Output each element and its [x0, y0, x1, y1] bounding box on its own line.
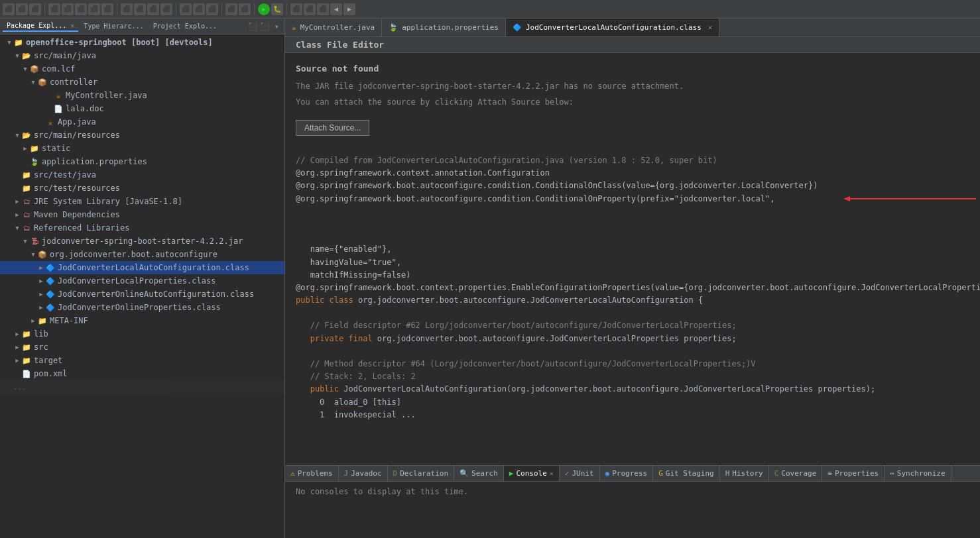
- toolbar-icon-2[interactable]: ⬛: [16, 3, 28, 15]
- toolbar-icon-14[interactable]: ⬛: [193, 3, 205, 15]
- run-icon[interactable]: ▶: [258, 3, 270, 15]
- toolbar-icon-1[interactable]: ⬛: [3, 3, 15, 15]
- code-line-17: 0 aload_0 [this]: [296, 396, 969, 409]
- toolbar-icon-10[interactable]: ⬛: [134, 3, 146, 15]
- toolbar-icon-11[interactable]: ⬛: [147, 3, 159, 15]
- bottom-tab-properties[interactable]: ≡ Properties: [822, 466, 885, 481]
- folder-icon-meta-inf: 📁: [37, 315, 48, 326]
- class-icon-jod-online-props: 🔷: [45, 302, 56, 313]
- tree-item-src-main-resources[interactable]: ▼ 📂 src/main/resources: [0, 129, 284, 142]
- debug-icon[interactable]: 🐛: [271, 3, 283, 15]
- tree-item-mycontroller[interactable]: ☕ MyController.java: [0, 89, 284, 102]
- tree-item-pom-xml[interactable]: 📄 pom.xml: [0, 367, 284, 380]
- toolbar-icon-20[interactable]: ⬛: [290, 3, 302, 15]
- code-line-5: name={"enabled"},: [296, 243, 969, 256]
- tree-item-lala-doc[interactable]: 📄 lala.doc: [0, 102, 284, 115]
- back-icon[interactable]: ◀: [330, 3, 342, 15]
- toolbar-icon-3[interactable]: ⬛: [29, 3, 41, 15]
- tree-item-com-lcf[interactable]: ▼ 📦 com.lcf: [0, 62, 284, 76]
- tree-item-jod-online-props[interactable]: ▶ 🔷 JodConverterOnlineProperties.class: [0, 301, 284, 314]
- tab-type-hierarchy[interactable]: Type Hierarc...: [80, 21, 147, 31]
- tree-item-blurred-1: ...: [0, 380, 284, 394]
- bottom-tab-label-search: Search: [471, 469, 498, 478]
- tree-item-src[interactable]: ▶ 📁 src: [0, 341, 284, 354]
- tab-project-explorer[interactable]: Project Explo...: [149, 21, 221, 31]
- tree-item-maven-deps[interactable]: ▶ 🗂 Maven Dependencies: [0, 208, 284, 221]
- toolbar-icon-4[interactable]: ⬛: [48, 3, 60, 15]
- tree-item-target[interactable]: ▶ 📁 target: [0, 354, 284, 367]
- toolbar-icon-16[interactable]: ⬛: [225, 3, 237, 15]
- bottom-tab-problems[interactable]: ⚠ Problems: [285, 466, 339, 481]
- tab-application-props[interactable]: 🍃 application.properties: [382, 19, 506, 36]
- tree-item-root[interactable]: ▼ 📁 openoffice-springboot [boot] [devtoo…: [0, 36, 284, 49]
- arrow-jod-online-props: ▶: [37, 304, 45, 311]
- tree-item-jod-local-props[interactable]: ▶ 🔷 JodConverterLocalProperties.class: [0, 274, 284, 288]
- toolbar-icon-5[interactable]: ⬛: [62, 3, 74, 15]
- tree-item-meta-inf[interactable]: ▶ 📁 META-INF: [0, 314, 284, 327]
- editor-title: Class File Editor: [285, 37, 980, 53]
- tree-label-maven-deps: Maven Dependencies: [34, 210, 120, 219]
- tree-item-static[interactable]: ▶ 📁 static: [0, 142, 284, 155]
- toolbar-icon-17[interactable]: ⬛: [239, 3, 251, 15]
- bottom-tab-console[interactable]: ▶ Console ✕: [504, 466, 560, 481]
- bottom-tab-progress[interactable]: ◉ Progress: [600, 466, 654, 481]
- tree-item-lib[interactable]: ▶ 📁 lib: [0, 327, 284, 341]
- collapse-all-icon[interactable]: ⬛: [247, 21, 258, 32]
- tree-item-jod-local-auto[interactable]: ▶ 🔷 JodConverterLocalAutoConfiguration.c…: [0, 261, 284, 274]
- tab-jod-class[interactable]: 🔷 JodConverterLocalAutoConfiguration.cla…: [506, 19, 720, 36]
- java-icon-tab-mycontroller: ☕: [292, 23, 296, 32]
- tree-item-jre-system[interactable]: ▶ 🗂 JRE System Library [JavaSE-1.8]: [0, 195, 284, 208]
- package-icon-org-jodconverter: 📦: [37, 249, 48, 260]
- bottom-tab-javadoc[interactable]: J Javadoc: [339, 466, 388, 481]
- toolbar-icon-7[interactable]: ⬛: [88, 3, 100, 15]
- bottom-tab-declaration[interactable]: D Declaration: [388, 466, 454, 481]
- close-package-explorer[interactable]: ✕: [70, 22, 74, 29]
- javadoc-icon: J: [344, 469, 349, 478]
- toolbar-icon-21[interactable]: ⬛: [304, 3, 316, 15]
- bottom-tab-label-declaration: Declaration: [400, 469, 448, 478]
- toolbar-icon-6[interactable]: ⬛: [75, 3, 87, 15]
- tree-item-src-main-java[interactable]: ▼ 📂 src/main/java: [0, 49, 284, 62]
- link-editor-icon[interactable]: ⬛: [259, 21, 270, 32]
- class-icon-jod-local-auto: 🔷: [45, 262, 56, 273]
- view-menu-icon[interactable]: ▾: [271, 21, 282, 32]
- bottom-tab-label-synchronize: Synchronize: [897, 469, 946, 478]
- attach-source-button[interactable]: Attach Source...: [296, 120, 369, 136]
- folder-icon-src-test-resources: 📁: [21, 183, 32, 193]
- progress-icon: ◉: [605, 469, 610, 478]
- tree-label-src-main-java: src/main/java: [34, 51, 96, 60]
- bottom-tab-search[interactable]: 🔍 Search: [454, 466, 504, 481]
- blurred-label-1: ...: [13, 383, 27, 392]
- tree-item-src-test-resources[interactable]: 📁 src/test/resources: [0, 182, 284, 195]
- tree-item-ref-libs[interactable]: ▼ 🗂 Referenced Libraries: [0, 221, 284, 235]
- bottom-tab-label-coverage: Coverage: [781, 469, 816, 478]
- toolbar-icon-9[interactable]: ⬛: [121, 3, 133, 15]
- toolbar-icon-12[interactable]: ⬛: [160, 3, 172, 15]
- folder-icon-static: 📁: [29, 143, 40, 154]
- bottom-content: No consoles to display at this time.: [285, 482, 980, 538]
- arrow-static: ▶: [21, 145, 29, 152]
- tree-item-org-jodconverter[interactable]: ▼ 📦 org.jodconverter.boot.autoconfigure: [0, 248, 284, 261]
- tree-item-src-test-java[interactable]: 📁 src/test/java: [0, 168, 284, 182]
- tree-item-controller[interactable]: ▼ 📦 controller: [0, 76, 284, 89]
- tree-label-mycontroller: MyController.java: [66, 91, 147, 100]
- toolbar-icon-22[interactable]: ⬛: [317, 3, 329, 15]
- tree-item-jodconverter-jar[interactable]: ▼ 🗜 jodconverter-spring-boot-starter-4.2…: [0, 235, 284, 248]
- close-jod-class[interactable]: ✕: [708, 23, 713, 32]
- bottom-tab-coverage[interactable]: C Coverage: [769, 466, 823, 481]
- tree-item-jod-online-auto[interactable]: ▶ 🔷 JodConverterOnlineAutoConfiguration.…: [0, 288, 284, 301]
- close-console[interactable]: ✕: [550, 470, 554, 477]
- tab-mycontroller[interactable]: ☕ MyController.java: [285, 19, 382, 36]
- tree-item-app-java[interactable]: ☕ App.java: [0, 115, 284, 129]
- bottom-tab-git-staging[interactable]: G Git Staging: [653, 466, 719, 481]
- bottom-tab-junit[interactable]: ✓ JUnit: [560, 466, 600, 481]
- tab-package-explorer[interactable]: Package Expl... ✕: [3, 21, 78, 32]
- bottom-tab-synchronize[interactable]: ↔ Synchronize: [885, 466, 951, 481]
- toolbar-icon-15[interactable]: ⬛: [206, 3, 218, 15]
- bottom-tab-history[interactable]: H History: [720, 466, 769, 481]
- editor-tabbar: ☕ MyController.java 🍃 application.proper…: [285, 19, 980, 37]
- tree-item-application-props[interactable]: 🍃 application.properties: [0, 155, 284, 168]
- toolbar-icon-13[interactable]: ⬛: [180, 3, 192, 15]
- toolbar-icon-8[interactable]: ⬛: [101, 3, 113, 15]
- forward-icon[interactable]: ▶: [343, 3, 355, 15]
